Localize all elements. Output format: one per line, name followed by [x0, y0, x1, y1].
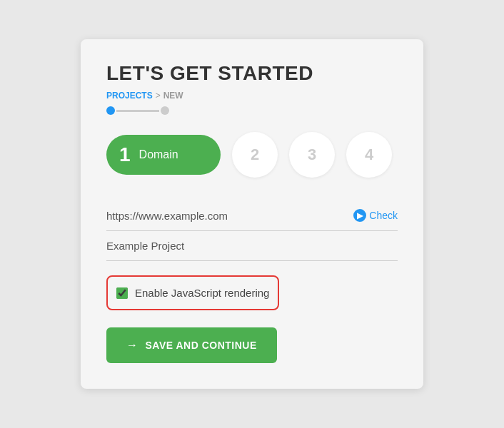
breadcrumb: PROJECTS > NEW	[106, 91, 398, 101]
project-name-value: Example Project	[106, 240, 184, 252]
breadcrumb-current: NEW	[163, 91, 183, 101]
step-2-circle[interactable]: 2	[232, 132, 278, 178]
step-4-circle[interactable]: 4	[346, 132, 392, 178]
page-title: LET'S GET STARTED	[106, 62, 398, 85]
project-name-field: Example Project	[106, 231, 398, 261]
arrow-icon: →	[126, 339, 138, 352]
step-4-number: 4	[365, 146, 373, 164]
progress-bar	[106, 106, 398, 115]
javascript-rendering-row[interactable]: Enable JavaScript rendering	[106, 275, 279, 310]
step-1-number: 1	[119, 145, 131, 165]
steps-row: 1 Domain 2 3 4	[106, 132, 398, 178]
url-value: https://www.example.com	[106, 210, 228, 222]
step-2-number: 2	[251, 146, 259, 164]
check-link[interactable]: ▶ Check	[353, 209, 398, 222]
progress-dot-inactive	[161, 106, 169, 115]
step-3-number: 3	[308, 146, 316, 164]
step-1-active[interactable]: 1 Domain	[106, 135, 221, 175]
form-section: https://www.example.com ▶ Check Example …	[106, 200, 398, 261]
save-button-label: SAVE AND CONTINUE	[146, 340, 257, 351]
check-icon: ▶	[353, 209, 366, 222]
main-card: LET'S GET STARTED PROJECTS > NEW 1 Domai…	[81, 39, 423, 389]
breadcrumb-projects[interactable]: PROJECTS	[106, 91, 153, 101]
javascript-rendering-checkbox[interactable]	[116, 287, 128, 299]
step-3-circle[interactable]: 3	[289, 132, 335, 178]
save-and-continue-button[interactable]: → SAVE AND CONTINUE	[106, 327, 277, 363]
javascript-rendering-label: Enable JavaScript rendering	[135, 287, 269, 299]
step-1-label: Domain	[139, 148, 178, 161]
progress-dot-active	[106, 106, 115, 115]
url-field-row: https://www.example.com ▶ Check	[106, 200, 398, 231]
progress-line	[116, 110, 159, 112]
breadcrumb-separator: >	[156, 91, 161, 101]
check-label: Check	[369, 210, 398, 221]
